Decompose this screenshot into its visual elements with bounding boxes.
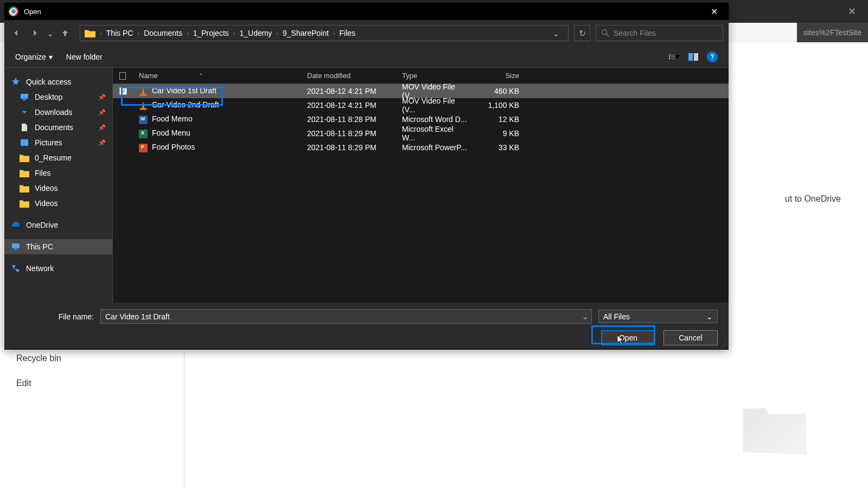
file-name: Food Menu [152,129,190,137]
tree-label: This PC [26,242,53,251]
word-icon [139,115,148,124]
preview-pane-button[interactable] [688,53,699,61]
tree-downloads[interactable]: Downloads 📌 [4,105,112,120]
folder-tree[interactable]: Quick access Desktop 📌 Downloads 📌 Docum… [4,68,113,303]
browser-close-button[interactable]: ✕ [841,1,863,22]
tree-network[interactable]: Network [4,261,112,276]
sort-ascending-icon: ⌃ [199,73,203,79]
search-icon [602,29,609,37]
file-row[interactable]: Food Menu 2021-08-11 8:29 PM Microsoft E… [113,126,729,140]
recent-dropdown[interactable]: ⌄ [47,27,53,40]
tree-quick-access[interactable]: Quick access [4,74,112,89]
filename-input[interactable] [101,310,578,323]
file-list[interactable]: Name⌃ Date modified Type Size Car Video … [113,68,729,303]
list-header[interactable]: Name⌃ Date modified Type Size [113,68,729,84]
tree-label: OneDrive [26,221,58,229]
svg-rect-13 [12,243,20,248]
resize-grip[interactable]: ⋰ [721,342,727,349]
mouse-cursor [617,335,625,345]
dropdown-icon: ▾ [49,53,53,61]
folder-icon [20,199,29,208]
column-date[interactable]: Date modified [301,72,395,80]
file-row[interactable]: Food Photos 2021-08-11 8:29 PM Microsoft… [113,140,729,155]
cancel-button[interactable]: Cancel [663,330,718,345]
dialog-close-button[interactable]: ✕ [704,4,724,19]
open-button[interactable]: Open [601,330,655,345]
help-button[interactable]: ? [707,52,718,62]
search-input[interactable] [614,29,717,37]
svg-rect-11 [23,99,26,100]
tree-folder-videos[interactable]: Videos [4,181,112,196]
new-folder-button[interactable]: New folder [66,53,103,61]
content-area: Quick access Desktop 📌 Downloads 📌 Docum… [4,68,729,303]
tree-label: Documents [35,123,73,132]
file-date: 2021-08-12 4:21 PM [301,87,395,95]
breadcrumb-item[interactable]: 9_SharePoint [278,29,333,37]
tree-label: Network [26,264,54,273]
tree-documents[interactable]: Documents 📌 [4,120,112,135]
tree-this-pc[interactable]: This PC [4,239,112,254]
file-date: 2021-08-11 8:29 PM [301,129,395,138]
file-date: 2021-08-12 4:21 PM [301,101,395,110]
dialog-titlebar[interactable]: Open ✕ [4,3,729,20]
file-checkbox[interactable] [119,87,127,95]
vlc-icon [139,101,148,110]
breadcrumb-item[interactable]: 1_Udemy [235,29,276,37]
dialog-title: Open [24,8,41,16]
select-all-checkbox[interactable] [113,72,132,80]
file-type: Microsoft PowerP... [395,143,474,152]
tree-label: Videos [35,199,58,208]
tree-onedrive[interactable]: OneDrive [4,217,112,233]
tree-folder-videos-2[interactable]: Videos [4,196,112,211]
filename-dropdown-icon[interactable]: ⌄ [578,310,591,323]
column-name[interactable]: Name⌃ [132,72,301,80]
breadcrumb-path[interactable]: › This PC › Documents › 1_Projects › 1_U… [80,25,569,41]
folder-icon [20,153,29,162]
filetype-select[interactable]: All Files ⌄ [598,310,718,323]
tree-folder-resume[interactable]: 0_Resume [4,150,112,165]
tree-desktop[interactable]: Desktop 📌 [4,89,112,105]
tree-label: Desktop [35,93,62,101]
search-box[interactable] [596,25,723,41]
tree-label: Files [35,169,51,177]
view-mode-button[interactable]: ▾ [669,53,680,61]
svg-rect-15 [12,265,15,267]
tree-folder-files[interactable]: Files [4,165,112,181]
download-icon [20,108,29,117]
svg-point-0 [602,30,607,35]
cloud-icon [11,221,21,229]
breadcrumb-item[interactable]: Documents [139,29,187,37]
file-date: 2021-08-11 8:29 PM [301,143,395,152]
breadcrumb-item[interactable]: 1_Projects [189,29,233,37]
tree-label: Downloads [35,108,72,117]
path-dropdown-icon[interactable]: ⌄ [548,28,564,38]
file-name: Car Video 2nd Draft [152,100,219,109]
file-row[interactable]: Car Video 2nd Draft 2021-08-12 4:21 PM M… [113,98,729,112]
breadcrumb-item[interactable]: This PC [102,29,138,37]
file-size: 33 KB [474,143,526,152]
file-name: Car Video 1st Draft [152,86,216,95]
pc-icon [11,242,21,251]
desktop-icon [20,93,29,101]
document-icon [20,123,29,132]
up-button[interactable] [59,27,72,40]
breadcrumb-item[interactable]: Files [335,29,360,37]
column-size[interactable]: Size [474,72,526,80]
browser-url-fragment: sites%2FTestSite [797,23,868,42]
svg-rect-3 [669,56,670,57]
file-name: Food Photos [152,143,195,151]
organize-button[interactable]: Organize ▾ [15,53,53,61]
tree-label: Videos [35,184,58,192]
forward-button[interactable] [28,27,41,40]
refresh-button[interactable]: ↻ [574,25,590,41]
sidebar-edit[interactable]: Edit [0,371,184,396]
filetype-label: All Files [603,312,630,321]
svg-rect-2 [669,54,670,55]
file-open-dialog: Open ✕ ⌄ › This PC › Documents › 1_Proje… [4,3,729,350]
column-type[interactable]: Type [395,72,474,80]
back-button[interactable] [10,27,23,40]
folder-icon [20,169,29,177]
pin-icon: 📌 [98,109,106,116]
tree-pictures[interactable]: Pictures 📌 [4,135,112,150]
svg-rect-12 [21,139,28,146]
